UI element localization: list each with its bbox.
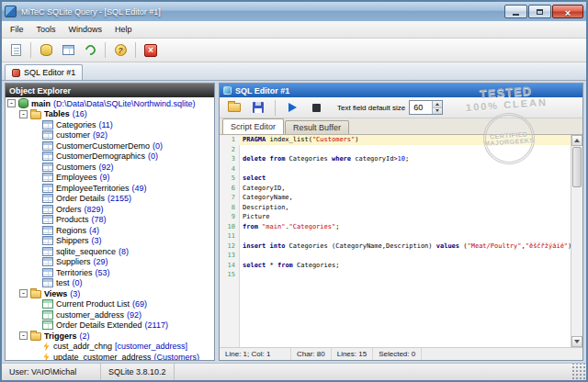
tree-item-label: Orders: [56, 205, 82, 214]
expander-icon[interactable]: -: [19, 289, 28, 298]
editor-toolbar-icons: [224, 98, 326, 118]
tab-result-buffer[interactable]: Result Buffer: [285, 120, 349, 134]
status-panel-1: SQLite 3.8.10.2: [101, 364, 175, 380]
tree-item-territories[interactable]: Territories(53): [6, 267, 214, 278]
database-icon: [18, 98, 28, 108]
scroll-track[interactable]: [571, 146, 582, 336]
tree-item-count: (0): [148, 152, 158, 161]
scroll-thumb[interactable]: [572, 147, 582, 187]
folder-icon: [30, 290, 41, 298]
save-button[interactable]: [248, 98, 268, 118]
tree-item-count: (69): [132, 299, 147, 309]
spin-up-button[interactable]: [433, 101, 442, 108]
code-token: "main": [262, 223, 285, 230]
object-tree[interactable]: -main(D:\Data\Data\SQLite\Northwind.sqli…: [6, 97, 214, 360]
tree-item-employeeterritories[interactable]: EmployeeTerritories(49): [6, 183, 214, 194]
tree-item-suppliers[interactable]: Suppliers(29): [6, 257, 214, 268]
refresh-button[interactable]: [80, 40, 100, 60]
spin-down-button[interactable]: [433, 108, 442, 115]
tree-item-customer[interactable]: customer(92): [6, 130, 214, 141]
stop-button[interactable]: [306, 98, 326, 118]
expander-icon[interactable]: -: [7, 99, 16, 107]
tree-item-current-product-list[interactable]: Current Product List(69): [6, 299, 214, 310]
tree-item-order-details[interactable]: Order Details(2155): [6, 194, 214, 205]
tree-item-tables[interactable]: -Tables(16): [6, 109, 214, 120]
line-number: 10: [220, 222, 239, 232]
tree-item-label: Products: [56, 215, 89, 224]
expander-icon[interactable]: -: [19, 331, 28, 340]
scroll-down-icon: [574, 340, 580, 343]
tree-item-sqlite-sequence[interactable]: sqlite_sequence(8): [6, 246, 214, 257]
tab-sql-editor-1[interactable]: SQL Editor #1: [5, 64, 83, 80]
database-icon: [40, 44, 52, 56]
scroll-up-button[interactable]: [571, 135, 582, 146]
tree-item-employees[interactable]: Employees(9): [6, 173, 214, 184]
menu-tools[interactable]: Tools: [30, 23, 62, 36]
text-size-spinbox[interactable]: 60: [409, 100, 443, 115]
text-size-value[interactable]: 60: [410, 101, 432, 114]
tree-item-label: Employees: [56, 173, 97, 182]
tree-item-customerdemographics[interactable]: CustomerDemographics(0): [6, 152, 214, 163]
run-button[interactable]: [282, 98, 302, 118]
window-title: MiTeC SQLite Query - [SQL Editor #1]: [21, 7, 504, 17]
tree-item-label: main: [31, 99, 51, 108]
tree-item-label: CustomerDemographics: [56, 152, 145, 161]
object-explorer-title: Object Explorer: [9, 86, 71, 96]
tree-item-cust-addr-chng[interactable]: cust_addr_chng[customer_address]: [6, 342, 214, 353]
tree-item-customer-address[interactable]: customer_address(92): [6, 309, 214, 320]
code-line: 6CategoryID,: [220, 184, 571, 194]
code-line: 12insert into Categories (CategoryName,D…: [220, 242, 571, 252]
tree-item-categories[interactable]: Categories(11): [6, 119, 214, 130]
table-icon: [42, 120, 53, 129]
titlebar[interactable]: MiTeC SQLite Query - [SQL Editor #1]: [2, 2, 586, 21]
tab-script-editor[interactable]: Script Editor: [222, 118, 284, 134]
open-button[interactable]: [224, 98, 244, 118]
tree-item-shippers[interactable]: Shippers(3): [6, 236, 214, 247]
code-token: Picture: [243, 213, 270, 220]
tree-item-views[interactable]: -Views(3): [6, 288, 214, 299]
sql-editor-title: SQL Editor #1: [235, 86, 289, 96]
editor-status-panel-0: Line: 1; Col: 1: [220, 348, 291, 360]
resize-grip[interactable]: [572, 364, 586, 380]
code-area[interactable]: 1PRAGMA index_list("Customers")23delete …: [220, 135, 571, 347]
tree-item-customercustomerdemo[interactable]: CustomerCustomerDemo(0): [6, 140, 214, 152]
tree-item-update-customer-address[interactable]: update_customer_address(Customers): [6, 352, 214, 360]
toolbar-separator: [275, 100, 276, 116]
tree-item-customers[interactable]: Customers(92): [6, 162, 214, 173]
line-number: 15: [220, 270, 239, 280]
menu-windows[interactable]: Windows: [62, 23, 109, 36]
menu-file[interactable]: File: [4, 23, 30, 36]
table-list-button[interactable]: [58, 40, 78, 60]
tree-item-test[interactable]: test(0): [6, 278, 214, 289]
close-button[interactable]: [552, 5, 583, 18]
tree-item-triggers[interactable]: -Triggers(2): [6, 331, 214, 342]
app-window: MiTeC SQLite Query - [SQL Editor #1] Fil…: [0, 0, 588, 382]
tree-item-label: Triggers: [44, 331, 77, 341]
tree-item-count: (49): [132, 184, 147, 193]
expander-icon[interactable]: -: [19, 110, 28, 118]
info-button[interactable]: [110, 40, 130, 60]
code-line: 8Description,: [220, 203, 571, 213]
database-button[interactable]: [36, 40, 56, 60]
maximize-button[interactable]: [528, 5, 551, 18]
sql-editor-header[interactable]: SQL Editor #1: [220, 84, 582, 97]
editor-tabs: Script EditorResult Buffer: [220, 118, 582, 135]
tree-item-main[interactable]: -main(D:\Data\Data\SQLite\Northwind.sqli…: [6, 98, 214, 109]
vertical-scrollbar[interactable]: [571, 135, 582, 347]
tree-item-regions[interactable]: Regions(4): [6, 225, 214, 236]
tree-item-order-details-extended[interactable]: Order Details Extended(2117): [6, 320, 214, 331]
scroll-down-button[interactable]: [571, 336, 582, 347]
tree-item-products[interactable]: Products(78): [6, 215, 214, 226]
tree-item-orders[interactable]: Orders(829): [6, 204, 214, 215]
code-line: 5select: [220, 174, 571, 184]
table-icon: [42, 226, 53, 235]
minimize-button[interactable]: [504, 5, 527, 18]
tree-item-count: [customer_address]: [115, 342, 187, 351]
code-token: "Meat/Poultry": [467, 242, 521, 250]
close-editor-button[interactable]: [141, 40, 161, 60]
new-sql-editor-button[interactable]: [6, 40, 26, 60]
menu-help[interactable]: Help: [108, 23, 139, 36]
tree-item-count: (92): [99, 163, 114, 172]
tree-item-label: Shippers: [56, 236, 89, 245]
tree-item-count: (D:\Data\Data\SQLite\Northwind.sqlite): [53, 99, 196, 108]
